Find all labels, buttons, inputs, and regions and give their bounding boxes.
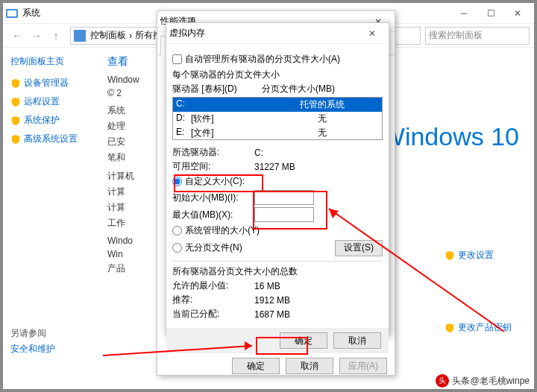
perf-cancel-button[interactable]: 取消 bbox=[286, 358, 333, 374]
svg-rect-1 bbox=[7, 10, 16, 16]
drive-list[interactable]: C:托管的系统 D:[软件]无 E:[文件]无 bbox=[172, 97, 383, 140]
watermark-logo: 头 bbox=[436, 374, 449, 388]
drive-row-d[interactable]: D:[软件]无 bbox=[173, 112, 382, 126]
windows-logo: Windows 10 bbox=[381, 122, 519, 151]
shield-icon bbox=[10, 116, 21, 126]
drive-row-c[interactable]: C:托管的系统 bbox=[173, 98, 382, 112]
drive-row-e[interactable]: E:[文件]无 bbox=[173, 126, 382, 140]
auto-manage-checkbox[interactable]: 自动管理所有驱动器的分页文件大小(A) bbox=[172, 53, 383, 66]
initial-size-input[interactable] bbox=[254, 190, 314, 205]
vm-close-button[interactable]: ✕ bbox=[359, 25, 386, 42]
shield-icon bbox=[10, 78, 21, 89]
related-header: 另请参阅 bbox=[10, 327, 92, 340]
sidebar-item-advanced[interactable]: 高级系统设置 bbox=[10, 130, 92, 148]
shield-icon bbox=[445, 323, 455, 333]
vm-ok-button[interactable]: 确定 bbox=[280, 332, 327, 349]
sidebar-item-security[interactable]: 安全和维护 bbox=[10, 340, 92, 358]
set-button[interactable]: 设置(S) bbox=[335, 240, 383, 256]
search-input[interactable]: 搜索控制面板 bbox=[425, 27, 530, 45]
shield-icon bbox=[10, 134, 21, 145]
change-key-link[interactable]: 更改产品密钥 bbox=[445, 321, 512, 334]
sidebar-item-remote[interactable]: 远程设置 bbox=[10, 92, 92, 111]
up-button[interactable]: ↑ bbox=[46, 26, 66, 45]
maximize-button[interactable]: ☐ bbox=[477, 4, 504, 22]
vm-titlebar: 虚拟内存 ✕ bbox=[166, 23, 389, 44]
close-button[interactable]: ✕ bbox=[504, 4, 531, 22]
shield-icon bbox=[445, 250, 455, 261]
system-managed-radio[interactable]: 系统管理的大小(Y) bbox=[172, 224, 383, 237]
sidebar-item-device-manager[interactable]: 设备管理器 bbox=[10, 74, 92, 92]
vm-cancel-button[interactable]: 取消 bbox=[333, 332, 381, 349]
system-icon bbox=[6, 7, 18, 19]
perf-apply-button[interactable]: 应用(A) bbox=[339, 358, 387, 374]
shield-icon bbox=[10, 97, 21, 107]
control-panel-icon bbox=[74, 30, 86, 42]
sidebar-header[interactable]: 控制面板主页 bbox=[10, 55, 92, 68]
change-settings-link[interactable]: 更改设置 bbox=[445, 249, 512, 262]
perf-ok-button[interactable]: 确定 bbox=[232, 358, 280, 374]
totals-label: 所有驱动器分页文件大小的总数 bbox=[172, 265, 383, 278]
drives-group-label: 每个驱动器的分页文件大小 bbox=[172, 69, 383, 81]
max-size-input[interactable] bbox=[254, 207, 314, 222]
sidebar: 控制面板主页 设备管理器 远程设置 系统保护 高级系统设置 另请参阅 安全和维护 bbox=[3, 48, 100, 389]
virtual-memory-dialog: 虚拟内存 ✕ 自动管理所有驱动器的分页文件大小(A) 每个驱动器的分页文件大小 … bbox=[166, 22, 389, 335]
minimize-button[interactable]: ─ bbox=[450, 4, 477, 22]
custom-size-radio[interactable]: 自定义大小(C): bbox=[172, 175, 383, 188]
sidebar-item-protection[interactable]: 系统保护 bbox=[10, 111, 92, 130]
back-button[interactable]: ← bbox=[7, 26, 27, 45]
no-paging-radio[interactable]: 无分页文件(N) bbox=[172, 241, 335, 254]
forward-button[interactable]: → bbox=[27, 26, 46, 45]
watermark: 头 头条 @ 老毛桃winpe bbox=[436, 374, 530, 388]
